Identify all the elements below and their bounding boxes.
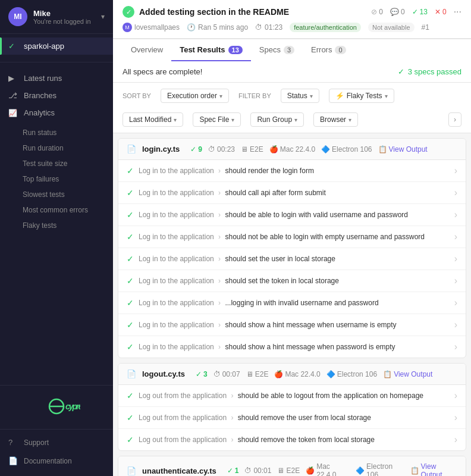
test-row[interactable]: ✓ Log in to the application › should be … xyxy=(118,204,466,226)
test-path: Log in to the application › should call … xyxy=(139,189,454,197)
sidebar-subitem-run-duration[interactable]: Run duration xyxy=(0,140,113,156)
view-output-unauth[interactable]: 📋 View Output xyxy=(410,462,457,476)
pass-icon: ✓ xyxy=(127,210,134,220)
sidebar-subitem-most-common-errors[interactable]: Most common errors xyxy=(0,202,113,218)
tab-errors[interactable]: Errors 0 xyxy=(303,39,354,61)
sidebar: MI Mike You're not logged in ▾ ✓ sparkol… xyxy=(0,0,113,476)
os-val: Mac 22.4.0 xyxy=(285,370,320,378)
test-file-login: 📄 login.cy.ts ✓ 9 ⏱ 00:23 🖥 E2E xyxy=(118,138,466,358)
topbar-row1: ✓ Added testing section in the README ⊘ … xyxy=(123,6,461,18)
arrow-icon: › xyxy=(218,167,222,175)
test-file-logout: 📄 logout.cy.ts ✓ 3 ⏱ 00:07 🖥 E2E xyxy=(118,363,466,451)
sidebar-subitem-flaky-tests[interactable]: Flaky tests xyxy=(0,218,113,233)
spec-file-label: Spec File xyxy=(199,115,229,124)
test-row[interactable]: ✓ Log in to the application › should set… xyxy=(118,270,466,292)
arrow-icon: › xyxy=(218,211,222,219)
arrow-icon: › xyxy=(218,233,222,241)
filter-last-modified-button[interactable]: Last Modified ▾ xyxy=(123,112,183,127)
tabs: Overview Test Results 13 Specs 3 Errors … xyxy=(113,39,471,61)
test-row[interactable]: ✓ Log in to the application › should sho… xyxy=(118,314,466,336)
tab-overview[interactable]: Overview xyxy=(123,39,171,61)
test-path: Log in to the application › should show … xyxy=(139,343,454,351)
test-name: should be able to login with valid usern… xyxy=(225,211,408,219)
row-chevron-icon: › xyxy=(454,298,457,308)
sidebar-user-header[interactable]: MI Mike You're not logged in ▾ xyxy=(0,0,113,34)
filter-by-label: FILTER BY xyxy=(238,92,271,99)
sidebar-label-analytics: Analytics xyxy=(24,108,105,117)
test-row[interactable]: ✓ Log in to the application › should cal… xyxy=(118,182,466,204)
check-icon: ✓ xyxy=(8,42,19,51)
meta-availability: Not available xyxy=(368,23,415,32)
sidebar-item-latest-runs[interactable]: ▶ Latest runs xyxy=(0,70,113,87)
os-icon: 🍎 xyxy=(274,370,283,378)
sidebar-subitem-slowest-tests[interactable]: Slowest tests xyxy=(0,187,113,202)
test-row[interactable]: ✓ Log in to the application › should sho… xyxy=(118,336,466,358)
browser-val: Electron 106 xyxy=(337,370,377,378)
test-row[interactable]: ✓ Log in to the application › should set… xyxy=(118,248,466,270)
row-chevron-icon: › xyxy=(454,342,457,352)
pass-icon: ✓ xyxy=(127,166,134,176)
sidebar-item-branches[interactable]: ⎇ Branches xyxy=(0,87,113,104)
specs-passed-label: 3 specs passed xyxy=(408,67,461,76)
content-area: All specs are complete! ✓ 3 specs passed… xyxy=(113,61,471,476)
duration-login: ⏱ 00:23 xyxy=(208,145,235,154)
suite-name: Log out from the application xyxy=(139,436,227,444)
support-icon: ? xyxy=(8,438,19,447)
filter-spec-file-button[interactable]: Spec File ▾ xyxy=(193,112,241,127)
sidebar-item-documentation[interactable]: 📄 Documentation xyxy=(0,452,113,470)
tab-test-results[interactable]: Test Results 13 xyxy=(171,39,251,61)
test-name: should call api after form submit xyxy=(225,189,325,197)
filter-flaky-tests-button[interactable]: ⚡ Flaky Tests ▾ xyxy=(329,89,394,103)
test-row[interactable]: ✓ Log in to the application › should not… xyxy=(118,226,466,248)
file-meta-unauthenticate: ✓ 1 ⏱ 00:01 🖥 E2E 🍎 Mac 22.4.0 xyxy=(227,462,457,476)
filter-status-button[interactable]: Status ▾ xyxy=(281,89,319,103)
browser-login: 🔷 Electron 106 xyxy=(321,145,372,154)
skip-count: 0 xyxy=(379,8,383,16)
clock-icon: ⏱ xyxy=(244,466,252,475)
tab-specs[interactable]: Specs 3 xyxy=(251,39,303,61)
suite-name: Log in to the application xyxy=(139,321,214,329)
row-chevron-icon: › xyxy=(454,412,457,423)
view-output-login[interactable]: 📋 View Output xyxy=(378,145,428,154)
meta-branch[interactable]: feature/authentication xyxy=(290,23,361,32)
pass-icon: ✓ xyxy=(127,391,134,400)
sidebar-item-project[interactable]: ✓ sparkol-app xyxy=(0,37,113,55)
sidebar-item-analytics[interactable]: 📈 Analytics xyxy=(0,104,113,121)
chevron-down-icon-group: ▾ xyxy=(294,117,297,123)
sidebar-subitem-test-suite-size[interactable]: Test suite size xyxy=(0,156,113,171)
more-filters-button[interactable]: › xyxy=(448,112,461,127)
more-button[interactable]: ··· xyxy=(454,7,461,17)
cypress-logo: cypress xyxy=(33,397,80,419)
sort-label: Execution order xyxy=(167,92,217,100)
test-row[interactable]: ✓ Log out from the application › should … xyxy=(118,407,466,429)
author-avatar: M xyxy=(123,23,132,32)
type-icon: 🖥 xyxy=(241,145,248,154)
flaky-label: Flaky Tests xyxy=(347,92,382,100)
sidebar-subitem-top-failures[interactable]: Top failures xyxy=(0,171,113,187)
arrow-icon: › xyxy=(231,392,235,400)
project-section: ✓ sparkol-app xyxy=(0,34,113,58)
test-path: Log in to the application › should set t… xyxy=(139,277,454,285)
sidebar-item-support[interactable]: ? Support xyxy=(0,433,113,452)
view-output-logout[interactable]: 📋 View Output xyxy=(383,370,432,378)
sort-execution-order-button[interactable]: Execution order ▾ xyxy=(161,89,229,103)
row-chevron-icon: › xyxy=(454,320,457,330)
chevron-down-icon-browser: ▾ xyxy=(348,117,351,123)
output-label: View Output xyxy=(389,145,428,154)
suite-name: Log out from the application xyxy=(139,414,227,422)
test-row[interactable]: ✓ Log out from the application › should … xyxy=(118,385,466,407)
filter-run-group-button[interactable]: Run Group ▾ xyxy=(250,112,304,127)
duration: 01:23 xyxy=(265,23,282,32)
test-row[interactable]: ✓ Log in to the application › ...logging… xyxy=(118,292,466,314)
status-bar: All specs are complete! ✓ 3 specs passed xyxy=(113,61,471,83)
status-label: Status xyxy=(287,92,307,100)
suite-name: Log in to the application xyxy=(139,233,214,241)
run-group-label: Run Group xyxy=(257,115,292,124)
test-row[interactable]: ✓ Log in to the application › should ren… xyxy=(118,160,466,182)
documentation-label: Documentation xyxy=(24,457,72,465)
chevron-down-icon[interactable]: ▾ xyxy=(101,12,105,21)
sidebar-subitem-run-status[interactable]: Run status xyxy=(0,125,113,140)
test-row[interactable]: ✓ Log out from the application › should … xyxy=(118,429,466,450)
tab-label-test-results: Test Results xyxy=(180,45,225,54)
filter-browser-button[interactable]: Browser ▾ xyxy=(313,112,358,127)
